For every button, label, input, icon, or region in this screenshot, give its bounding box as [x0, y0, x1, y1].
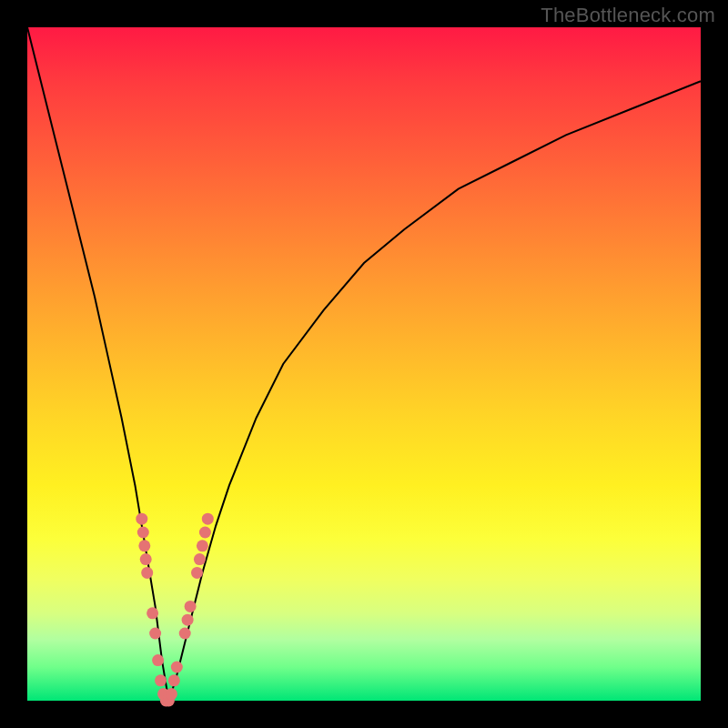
- data-point: [136, 513, 147, 525]
- data-point: [182, 614, 194, 626]
- chart-frame: TheBottleneck.com: [0, 0, 728, 728]
- data-point: [166, 688, 177, 700]
- data-point: [197, 540, 208, 551]
- data-point: [171, 662, 183, 673]
- data-point: [140, 553, 152, 565]
- data-point: [149, 628, 161, 640]
- points-group: [136, 513, 214, 707]
- data-point: [199, 527, 211, 539]
- data-point: [168, 674, 180, 686]
- data-point: [194, 553, 206, 565]
- data-point: [185, 601, 197, 612]
- curve-group: [27, 27, 701, 701]
- data-point: [155, 674, 167, 686]
- data-point: [191, 567, 203, 579]
- data-point: [137, 527, 149, 539]
- data-point: [179, 628, 191, 640]
- data-point: [141, 567, 153, 579]
- data-point: [202, 513, 214, 525]
- bottleneck-curve: [27, 27, 701, 701]
- data-point: [138, 540, 150, 551]
- data-point: [152, 654, 164, 666]
- data-point: [147, 607, 158, 619]
- watermark-text: TheBottleneck.com: [541, 4, 715, 27]
- chart-svg: [27, 27, 701, 701]
- plot-area: [27, 27, 701, 701]
